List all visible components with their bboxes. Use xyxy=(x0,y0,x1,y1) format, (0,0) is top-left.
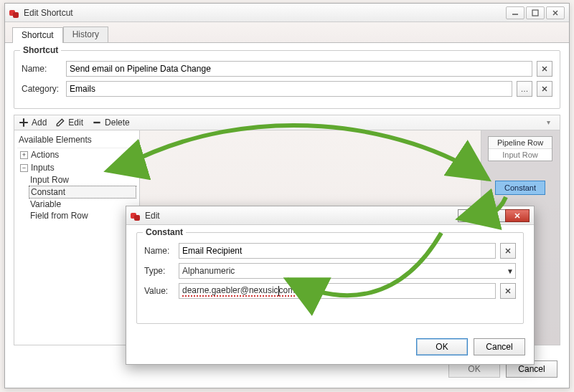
edit-type-label: Type: xyxy=(144,266,174,276)
browse-category-button[interactable]: … xyxy=(517,81,532,97)
minimize-button[interactable] xyxy=(458,209,482,222)
edit-dialog-buttons: OK Cancel xyxy=(126,333,534,363)
tree-inputs-label: Inputs xyxy=(31,163,55,173)
node-constant-label: Constant xyxy=(504,183,536,192)
toolbar-overflow-icon[interactable]: ▾ xyxy=(547,118,557,128)
maximize-button[interactable] xyxy=(526,6,545,19)
clear-category-button[interactable] xyxy=(537,81,552,97)
node-constant[interactable]: Constant xyxy=(495,181,545,195)
tree-actions-label: Actions xyxy=(31,150,59,160)
ok-label: OK xyxy=(468,364,480,374)
shortcut-group: Shortcut Name: Category: … xyxy=(14,50,560,109)
edit-window-buttons xyxy=(458,209,530,222)
edit-type-row: Type: Alphanumeric ▼ xyxy=(144,263,516,279)
svg-rect-1 xyxy=(491,213,496,218)
tree-field-from-row-label: Field from Row xyxy=(30,211,88,221)
edit-value-input[interactable]: dearne.gaebler@nexusiccom xyxy=(179,283,496,299)
edit-name-row: Name: xyxy=(144,243,516,259)
edit-name-input[interactable] xyxy=(179,243,496,259)
edit-value-row: Value: dearne.gaebler@nexusiccom xyxy=(144,283,516,299)
elements-tree[interactable]: Available Elements + Actions − Inputs In… xyxy=(14,130,140,345)
tabs: Shortcut History xyxy=(5,22,569,43)
expand-minus-icon[interactable]: − xyxy=(20,164,28,172)
cancel-label: Cancel xyxy=(486,342,512,352)
edit-content: Constant Name: Type: Alphanumeric ▼ Valu… xyxy=(126,225,534,333)
window-buttons xyxy=(506,6,565,19)
tree-constant[interactable]: Constant xyxy=(29,186,136,199)
chevron-down-icon: ▼ xyxy=(507,267,514,275)
name-row: Name: xyxy=(22,61,552,77)
tree-input-row-label: Input Row xyxy=(30,175,69,185)
edit-type-value: Alphanumeric xyxy=(182,266,235,276)
minus-icon xyxy=(92,118,102,128)
delete-button[interactable]: Delete xyxy=(92,118,130,128)
edit-constant-dialog: Edit Constant Name: Type: xyxy=(126,206,535,365)
close-button[interactable] xyxy=(546,6,565,19)
ok-button[interactable]: OK xyxy=(416,338,468,355)
tab-shortcut[interactable]: Shortcut xyxy=(12,27,63,43)
constant-group: Constant Name: Type: Alphanumeric ▼ Valu… xyxy=(136,232,524,324)
edit-name-label: Name: xyxy=(144,246,174,256)
tab-history[interactable]: History xyxy=(63,27,108,42)
clear-name-button[interactable] xyxy=(537,61,552,77)
clear-name-button[interactable] xyxy=(500,243,516,259)
shortcut-legend: Shortcut xyxy=(20,45,61,55)
app-icon xyxy=(9,8,19,18)
edit-value-label: Value: xyxy=(144,286,174,296)
node-pipeline-row-sub: Input Row xyxy=(489,149,552,161)
svg-rect-0 xyxy=(532,10,538,16)
node-pipeline-row-title: Pipeline Row xyxy=(489,137,552,149)
tree-field-from-row[interactable]: Field from Row xyxy=(29,210,136,221)
tab-shortcut-label: Shortcut xyxy=(22,30,54,40)
maximize-button[interactable] xyxy=(481,209,506,222)
tree-inputs[interactable]: − Inputs xyxy=(17,161,136,174)
constant-legend: Constant xyxy=(143,227,186,237)
pencil-icon xyxy=(55,118,65,128)
edit-title: Edit xyxy=(145,211,454,221)
expand-plus-icon[interactable]: + xyxy=(20,151,28,159)
window-title: Edit Shortcut xyxy=(24,8,502,18)
tree-constant-label: Constant xyxy=(31,187,65,197)
edit-button[interactable]: Edit xyxy=(55,118,83,128)
delete-label: Delete xyxy=(105,118,130,128)
tree-actions[interactable]: + Actions xyxy=(17,148,136,161)
name-label: Name: xyxy=(22,64,62,74)
edit-value-suffix: com xyxy=(279,285,296,297)
edit-value-prefix: dearne.gaebler@nexusic xyxy=(182,285,278,297)
node-pipeline-row[interactable]: Pipeline Row Input Row xyxy=(488,136,552,161)
elements-toolbar: Add Edit Delete ▾ xyxy=(14,115,560,130)
name-input[interactable] xyxy=(66,61,532,77)
edit-label: Edit xyxy=(68,118,83,128)
titlebar[interactable]: Edit Shortcut xyxy=(5,4,569,22)
tree-input-row[interactable]: Input Row xyxy=(29,174,136,186)
tree-variable[interactable]: Variable xyxy=(29,199,136,210)
category-row: Category: … xyxy=(22,81,552,97)
close-button[interactable] xyxy=(505,209,530,222)
app-icon xyxy=(131,211,141,221)
category-input[interactable] xyxy=(66,81,512,97)
category-label: Category: xyxy=(22,84,62,94)
tab-history-label: History xyxy=(72,29,99,39)
tree-variable-label: Variable xyxy=(30,199,61,209)
clear-value-button[interactable] xyxy=(500,283,516,299)
edit-titlebar[interactable]: Edit xyxy=(126,206,534,225)
add-label: Add xyxy=(32,118,47,128)
tree-inputs-children: Input Row Constant Variable Field from R… xyxy=(17,174,136,221)
edit-type-select[interactable]: Alphanumeric ▼ xyxy=(179,263,516,279)
add-button[interactable]: Add xyxy=(19,118,47,128)
cancel-button[interactable]: Cancel xyxy=(474,338,525,355)
minimize-button[interactable] xyxy=(506,6,524,19)
ok-label: OK xyxy=(436,342,448,352)
plus-icon xyxy=(19,118,29,128)
tree-header: Available Elements xyxy=(17,133,136,148)
cancel-label: Cancel xyxy=(518,364,545,374)
